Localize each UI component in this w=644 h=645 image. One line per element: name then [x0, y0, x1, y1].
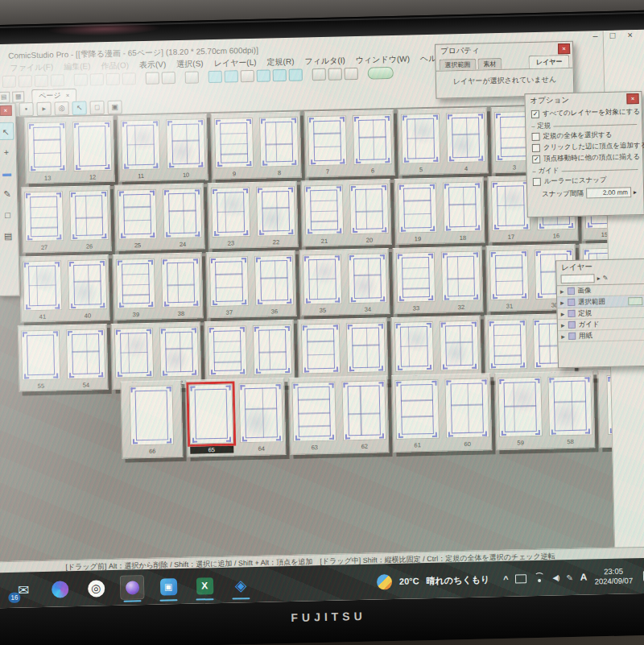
- page-thumbnail-5[interactable]: 5: [400, 114, 440, 175]
- maximize-button[interactable]: □: [610, 31, 616, 40]
- expand-icon[interactable]: ▶: [561, 322, 565, 328]
- pen-icon[interactable]: ✎: [566, 573, 573, 582]
- page-thumbnail-41[interactable]: 41: [22, 260, 62, 321]
- page-thumbnail-22[interactable]: 22: [255, 186, 295, 247]
- quick-access-icon[interactable]: [368, 67, 394, 80]
- page-thumbnail-39[interactable]: 39: [115, 258, 155, 320]
- page-switch-icon[interactable]: ▣: [107, 101, 122, 114]
- move-tool-icon[interactable]: +: [0, 143, 14, 161]
- expand-icon[interactable]: ▶: [560, 288, 564, 294]
- undo-icon[interactable]: [146, 72, 159, 85]
- comicstudio-taskbar-button[interactable]: ◎: [85, 577, 108, 600]
- open-icon[interactable]: [19, 75, 32, 87]
- select-tool-icon[interactable]: ↖: [72, 101, 86, 115]
- edge-taskbar-button[interactable]: [48, 577, 72, 601]
- menu-item-7[interactable]: フィルタ(I): [304, 55, 345, 67]
- page-thumbnail-17[interactable]: 17: [490, 180, 530, 242]
- page-thumbnail-46[interactable]: 46: [439, 320, 479, 382]
- page-thumbnail-65[interactable]: 65: [188, 384, 233, 457]
- palette-close-icon[interactable]: ×: [0, 105, 11, 116]
- tray-expand-icon[interactable]: ^: [503, 574, 509, 584]
- page-thumbnail-53[interactable]: 53: [114, 328, 154, 389]
- ime-indicator[interactable]: A: [580, 572, 588, 583]
- paste-icon[interactable]: [106, 73, 120, 85]
- page-tab[interactable]: ページ ×: [31, 89, 76, 102]
- page-thumbnail-19[interactable]: 19: [397, 183, 437, 244]
- page-thumbnail-9[interactable]: 9: [213, 118, 254, 179]
- rect-select-tool-icon[interactable]: □: [89, 101, 104, 114]
- layer-opacity-input[interactable]: [560, 274, 594, 283]
- print-icon[interactable]: [185, 71, 199, 83]
- page-thumbnail-55[interactable]: 55: [20, 329, 60, 391]
- close-button[interactable]: ×: [627, 30, 633, 39]
- page-thumbnail-23[interactable]: 23: [210, 187, 250, 248]
- facing-page-view-icon[interactable]: [225, 70, 238, 82]
- page-thumbnail-62[interactable]: 62: [341, 380, 386, 453]
- option-checkbox[interactable]: ✓: [532, 155, 540, 163]
- expand-icon[interactable]: ▶: [561, 333, 565, 339]
- properties-close-icon[interactable]: ×: [558, 43, 570, 54]
- menu-item-1[interactable]: 編集(E): [64, 60, 91, 72]
- device-icon[interactable]: [515, 574, 526, 583]
- page-thumbnail-59[interactable]: 59: [497, 377, 543, 449]
- menu-item-2[interactable]: 作品(O): [101, 60, 129, 72]
- properties-tab-レイヤー[interactable]: レイヤー: [529, 55, 570, 68]
- mail-taskbar-button[interactable]: ✉16: [12, 578, 35, 602]
- story-view-icon[interactable]: ▤: [0, 92, 10, 103]
- page-thumbnail-45[interactable]: 45: [487, 319, 527, 380]
- layer-edit-icon[interactable]: ✎: [602, 275, 608, 282]
- page-thumbnail-18[interactable]: 18: [442, 181, 482, 242]
- excel-taskbar-button[interactable]: X: [193, 574, 217, 597]
- snap-interval-value[interactable]: 2.00 mm: [586, 187, 631, 198]
- option-row-3[interactable]: ✓頂点移動時に他の頂点に揃える: [532, 151, 638, 165]
- page-thumbnail-36[interactable]: 36: [254, 255, 294, 316]
- option-checkbox[interactable]: [533, 178, 541, 186]
- wifi-icon[interactable]: [534, 573, 545, 582]
- page-manager-canvas[interactable]: 1312111098765432272625242322212019181716…: [0, 103, 615, 562]
- menu-item-5[interactable]: レイヤー(L): [213, 57, 256, 69]
- menu-item-3[interactable]: 表示(V): [139, 59, 167, 71]
- weather-icon[interactable]: [377, 574, 392, 589]
- color-mode-icon[interactable]: [289, 68, 303, 81]
- page-thumbnail-38[interactable]: 38: [160, 257, 200, 318]
- photos-taskbar-button[interactable]: ▣: [157, 575, 180, 598]
- properties-tab-素材[interactable]: 素材: [477, 58, 502, 70]
- page-thumbnail-37[interactable]: 37: [208, 256, 249, 317]
- single-page-view-icon[interactable]: [208, 71, 222, 83]
- collapse-icon[interactable]: ▪: [19, 102, 33, 116]
- page-thumbnail-54[interactable]: 54: [65, 329, 105, 390]
- clip-paint-taskbar-button[interactable]: [121, 576, 144, 599]
- copy-icon[interactable]: [90, 73, 104, 85]
- page-thumbnail-63[interactable]: 63: [291, 382, 336, 454]
- options-close-icon[interactable]: ×: [626, 93, 638, 104]
- page-thumbnail-66[interactable]: 66: [129, 385, 174, 457]
- weather-description[interactable]: 晴れのちくもり: [426, 573, 489, 587]
- menu-item-4[interactable]: 選択(S): [176, 58, 204, 70]
- page-thumbnail-32[interactable]: 32: [440, 251, 481, 312]
- page-thumbnail-21[interactable]: 21: [303, 184, 344, 246]
- expand-icon[interactable]: ▶: [560, 311, 564, 316]
- rect-tool-icon[interactable]: □: [0, 206, 16, 224]
- save-icon[interactable]: [35, 75, 48, 87]
- page-thumbnail-40[interactable]: 40: [67, 259, 107, 320]
- save-all-icon[interactable]: [51, 74, 64, 86]
- cut-icon[interactable]: [74, 74, 88, 86]
- page-thumbnail-58[interactable]: 58: [547, 375, 592, 448]
- page-thumbnail-47[interactable]: 47: [394, 321, 434, 382]
- hand-tool-icon[interactable]: ◎: [54, 101, 68, 115]
- properties-tab-選択範囲[interactable]: 選択範囲: [439, 59, 476, 71]
- menu-item-0[interactable]: ファイル(F): [10, 61, 53, 73]
- tab-close-icon[interactable]: ×: [66, 92, 70, 99]
- option-checkbox[interactable]: [531, 133, 539, 141]
- thumbnail-small-icon[interactable]: [257, 69, 270, 81]
- option-row-0[interactable]: ✓すべてのレイヤーを対象にする: [531, 106, 637, 120]
- minimize-button[interactable]: –: [592, 31, 597, 40]
- layer-dropdown-icon[interactable]: ▸: [597, 275, 600, 282]
- page-thumbnail-35[interactable]: 35: [302, 254, 342, 315]
- expand-icon[interactable]: ▸: [36, 102, 51, 116]
- story-editor-icon[interactable]: [241, 70, 254, 82]
- page-thumbnail-12[interactable]: 12: [72, 121, 112, 182]
- page-thumbnail-61[interactable]: 61: [394, 379, 440, 452]
- page-thumbnail-33[interactable]: 33: [395, 252, 436, 313]
- page-thumbnail-13[interactable]: 13: [27, 122, 68, 183]
